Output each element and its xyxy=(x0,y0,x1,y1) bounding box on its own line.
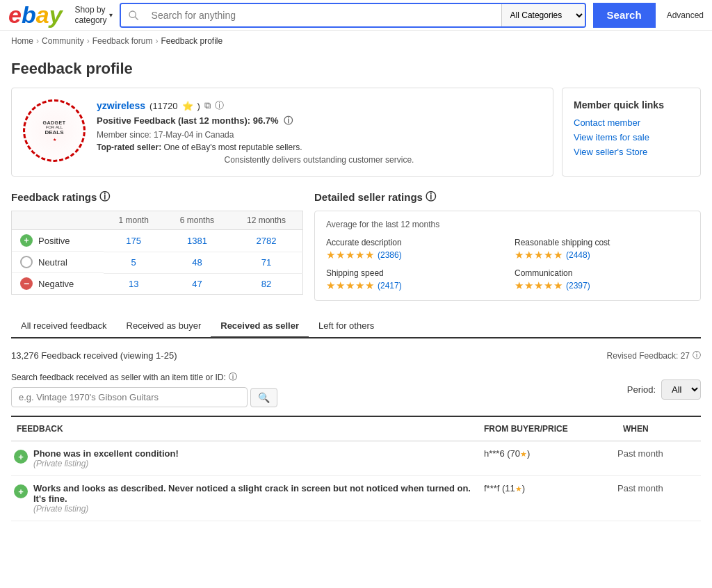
accurate-star-icon: ★★★★★ xyxy=(326,249,375,261)
shipping-speed-count: (2417) xyxy=(378,281,402,291)
search-button[interactable]: Search xyxy=(593,3,656,28)
accurate-count: (2386) xyxy=(378,250,402,260)
feedback-count: 13,276 Feedback received (viewing 1-25) xyxy=(11,350,177,361)
positive-6m: 1381 xyxy=(164,230,230,252)
positive-label-cell: Positive xyxy=(12,230,104,252)
buyer-star-icon: ★ xyxy=(520,450,527,458)
feedback-row-left2: Works and looks as described. Never noti… xyxy=(11,483,478,514)
quick-links: Member quick links Contact member View i… xyxy=(562,88,701,177)
feedback-row: Phone was in excellent condition! (Priva… xyxy=(11,441,701,476)
ratings-info-icon[interactable]: ⓘ xyxy=(99,190,110,204)
detailed-grid: Accurate description ★★★★★ (2386) Reason… xyxy=(326,238,689,292)
star-icon: ⭐ xyxy=(182,101,193,111)
advanced-link[interactable]: Advanced xyxy=(667,10,704,20)
tab-as-seller[interactable]: Received as seller xyxy=(211,315,309,338)
search-icon xyxy=(121,4,146,26)
col-feedback: FEEDBACK xyxy=(11,421,478,436)
logo-b: b xyxy=(22,1,36,28)
tab-left-for-others[interactable]: Left for others xyxy=(309,315,384,337)
detail-accurate: Accurate description ★★★★★ (2386) xyxy=(326,238,501,261)
badge-deals: DEALS xyxy=(44,129,63,136)
logo-e: e xyxy=(8,1,22,28)
feedback-text: Phone was in excellent condition! (Priva… xyxy=(33,448,179,468)
search-seller-info-icon[interactable]: ⓘ xyxy=(229,371,237,383)
contact-member-link[interactable]: Contact member xyxy=(574,117,689,128)
breadcrumb-sep3: › xyxy=(155,36,158,46)
feedback-listing: (Private listing) xyxy=(33,459,179,468)
period-select[interactable]: All xyxy=(661,379,701,400)
neutral-dot-icon xyxy=(20,256,33,268)
svg-point-0 xyxy=(129,11,136,17)
detail-shipping-cost: Reasonable shipping cost ★★★★★ (2448) xyxy=(515,238,689,261)
ratings-section: Feedback ratings ⓘ 1 month 6 months 12 m… xyxy=(11,190,701,301)
period-label: Period: xyxy=(627,384,656,395)
feedback-ratings-title: Feedback ratings ⓘ xyxy=(11,190,303,204)
logo: e b a y xyxy=(8,1,63,28)
shop-by-label: Shop by category xyxy=(75,5,107,25)
col-type xyxy=(12,211,104,230)
positive-dot-icon xyxy=(20,234,33,247)
shipping-cost-label: Reasonable shipping cost xyxy=(515,238,689,247)
negative-12m: 82 xyxy=(230,273,303,295)
categories-select[interactable]: All Categories xyxy=(501,4,585,26)
neutral-label-cell: Neutral xyxy=(12,252,104,273)
search-seller-input-row: Search feedback received as seller with … xyxy=(11,371,701,407)
negative-1m: 13 xyxy=(104,273,164,295)
detail-shipping-speed: Shipping speed ★★★★★ (2417) xyxy=(326,268,501,292)
logo-y: y xyxy=(49,1,63,28)
info-icon[interactable]: ⓘ xyxy=(215,99,224,112)
feedback-when2: Past month xyxy=(617,483,701,493)
negative-6m: 47 xyxy=(164,273,230,295)
feedback-positive-icon xyxy=(14,450,28,464)
negative-label-cell: Negative xyxy=(12,273,104,294)
search-input[interactable] xyxy=(146,4,501,26)
breadcrumb-community[interactable]: Community xyxy=(42,36,84,46)
profile-username-row: yzwireless (11720 ⭐ ) ⧉ ⓘ xyxy=(97,99,542,112)
shop-by-category[interactable]: Shop by category ▾ xyxy=(75,5,113,25)
feedback-ratings: Feedback ratings ⓘ 1 month 6 months 12 m… xyxy=(11,190,303,301)
feedback-positive-icon2 xyxy=(14,484,28,498)
breadcrumb-sep: › xyxy=(36,36,39,46)
main-content: Feedback profile GADGET FOR ALL DEALS ★ … xyxy=(0,60,712,535)
view-store-link[interactable]: View seller's Store xyxy=(574,147,689,157)
accurate-label: Accurate description xyxy=(326,238,501,247)
top-rated: Top-rated seller: One of eBay's most rep… xyxy=(97,142,542,152)
detailed-info-icon[interactable]: ⓘ xyxy=(426,190,436,204)
logo-a: a xyxy=(36,1,49,28)
communication-star-icon: ★★★★★ xyxy=(515,279,563,292)
breadcrumb-current: Feedback profile xyxy=(161,36,222,46)
tab-all-feedback[interactable]: All received feedback xyxy=(11,315,117,337)
buyer-star-icon2: ★ xyxy=(515,484,522,493)
username-link[interactable]: yzwireless xyxy=(97,100,145,111)
feedback-main: Phone was in excellent condition! xyxy=(33,448,179,459)
breadcrumb-sep2: › xyxy=(87,36,90,46)
seller-search-input[interactable] xyxy=(11,387,248,407)
search-seller-input-wrap: 🔍 xyxy=(11,387,277,407)
copy-icon[interactable]: ⧉ xyxy=(204,100,211,111)
neutral-12m: 71 xyxy=(230,252,303,273)
badge-subtitle: ★ xyxy=(53,137,56,142)
profile-card: GADGET FOR ALL DEALS ★ yzwireless (11720… xyxy=(11,88,553,177)
positive-1m: 175 xyxy=(104,230,164,252)
profile-section: GADGET FOR ALL DEALS ★ yzwireless (11720… xyxy=(11,88,701,177)
view-items-link[interactable]: View items for sale xyxy=(574,132,689,142)
feedback-row: Works and looks as described. Never noti… xyxy=(11,476,701,521)
feedback-buyer2: f***f (11★) xyxy=(478,483,617,493)
breadcrumb-home[interactable]: Home xyxy=(11,36,33,46)
revised-info-icon[interactable]: ⓘ xyxy=(693,350,701,361)
chevron-down-icon: ▾ xyxy=(109,11,113,19)
seller-search-button[interactable]: 🔍 xyxy=(250,388,277,407)
feedback-score: (11720 xyxy=(149,101,177,111)
positive-info-icon[interactable]: ⓘ xyxy=(284,115,293,126)
breadcrumb: Home › Community › Feedback forum › Feed… xyxy=(0,31,712,51)
detailed-box: Average for the last 12 months Accurate … xyxy=(314,211,701,301)
table-row: Neutral 5 48 71 xyxy=(12,252,303,273)
shipping-cost-count: (2448) xyxy=(566,250,590,260)
feedback-when: Past month xyxy=(617,448,701,459)
detailed-avg: Average for the last 12 months xyxy=(326,220,689,229)
feedback-count-row: 13,276 Feedback received (viewing 1-25) … xyxy=(11,345,701,366)
breadcrumb-forum[interactable]: Feedback forum xyxy=(92,36,153,46)
tab-as-buyer[interactable]: Received as buyer xyxy=(117,315,211,337)
feedback-main2: Works and looks as described. Never noti… xyxy=(33,483,478,504)
score-close: ) xyxy=(197,101,200,111)
